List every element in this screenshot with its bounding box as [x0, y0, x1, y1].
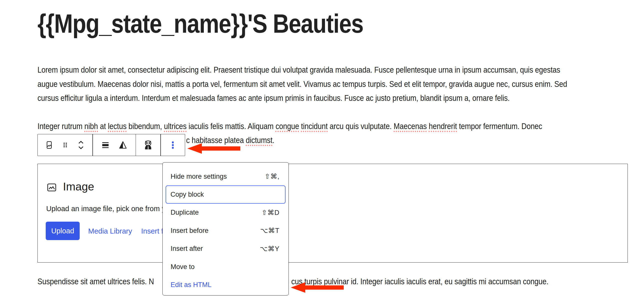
upload-button-label: Upload [51, 227, 74, 235]
menu-item-shortcut: ⇧⌘, [264, 172, 280, 180]
insert-from-url-link[interactable]: Insert f [141, 227, 163, 235]
paragraph-2-line-1: Integer rutrum nibh at lectus bibendum, … [38, 119, 611, 134]
paragraph-1-line-3: cursus efficitur ligula a interdum. Inte… [38, 91, 567, 105]
panda-plugin-icon[interactable] [143, 140, 154, 150]
paragraph-1-line-2: augue vestibulum. Maecenas dolor nisi, m… [38, 77, 567, 91]
align-icon[interactable] [101, 140, 110, 150]
image-block-icon[interactable] [44, 140, 54, 150]
menu-item-move-to[interactable]: Move to [162, 258, 288, 276]
red-arrow-to-options-menu [187, 143, 240, 154]
menu-item-label: Insert before [170, 227, 208, 235]
menu-item-shortcut: ⌥⌘Y [260, 245, 280, 253]
menu-item-label: Move to [170, 263, 194, 271]
paragraph-1-line-1: Lorem ipsum dolor sit amet, consectetur … [38, 63, 567, 77]
upload-button[interactable]: Upload [46, 222, 80, 240]
image-block-description: Upload an image file, pick one from yo [46, 205, 169, 213]
image-block-placeholder [38, 164, 628, 263]
menu-item-insert-before[interactable]: Insert before ⌥⌘T [162, 222, 288, 240]
block-toolbar [38, 134, 185, 156]
block-options-menu: Hide more settings ⇧⌘, Copy block Duplic… [162, 162, 289, 296]
paragraph-1: Lorem ipsum dolor sit amet, consectetur … [38, 63, 639, 105]
menu-item-copy-block[interactable]: Copy block [166, 185, 286, 203]
media-library-link[interactable]: Media Library [88, 227, 132, 235]
image-placeholder-icon [46, 182, 58, 193]
red-arrow-to-edit-as-html [291, 282, 344, 293]
menu-item-edit-as-html[interactable]: Edit as HTML [162, 276, 288, 294]
menu-item-hide-more-settings[interactable]: Hide more settings ⇧⌘, [162, 167, 288, 185]
menu-item-label: Hide more settings [170, 173, 227, 180]
options-ellipsis-icon[interactable] [168, 140, 178, 150]
menu-item-label: Copy block [170, 191, 204, 198]
duotone-filter-icon[interactable] [118, 140, 128, 150]
paragraph-3-left-fragment: Suspendisse sit amet ultrices felis. N [38, 275, 170, 289]
menu-item-label: Edit as HTML [170, 281, 212, 289]
menu-item-shortcut: ⇧⌘D [262, 209, 280, 217]
menu-item-label: Insert after [170, 245, 203, 253]
page-title: {{Mpg_state_name}}'S Beauties [38, 8, 363, 39]
move-up-down-icon[interactable] [76, 140, 86, 150]
menu-item-insert-after[interactable]: Insert after ⌥⌘Y [162, 240, 288, 258]
menu-item-shortcut: ⌥⌘T [260, 227, 280, 235]
image-block-title: Image [63, 180, 94, 193]
drag-handle-icon[interactable] [61, 141, 70, 149]
menu-item-label: Duplicate [170, 209, 199, 216]
menu-item-duplicate[interactable]: Duplicate ⇧⌘D [162, 204, 288, 222]
